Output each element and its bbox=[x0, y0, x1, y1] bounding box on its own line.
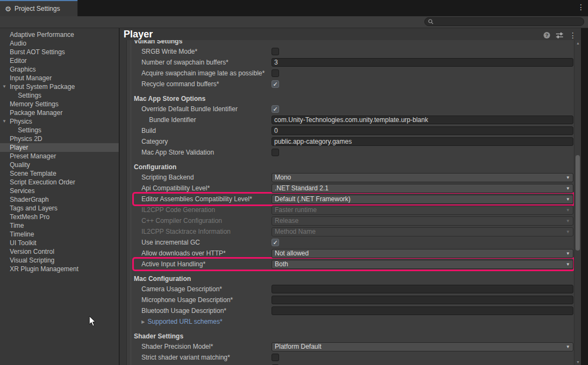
text-input-number-of-swapchain-buffers[interactable] bbox=[272, 58, 573, 67]
text-input-bundle-identifier[interactable] bbox=[272, 116, 573, 124]
chevron-down-icon[interactable]: ▼ bbox=[2, 119, 7, 124]
sidebar-item-xr-plugin-management[interactable]: XR Plugin Management bbox=[0, 265, 119, 273]
presets-icon[interactable] bbox=[556, 32, 563, 39]
search-input[interactable] bbox=[434, 18, 584, 25]
sidebar-item-script-execution-order[interactable]: Script Execution Order bbox=[0, 178, 119, 187]
sidebar-item-quality[interactable]: Quality bbox=[0, 161, 119, 169]
section-header: Shader Settings bbox=[134, 331, 579, 341]
sidebar-item-textmesh-pro[interactable]: TextMesh Pro bbox=[0, 213, 119, 221]
sidebar-item-visual-scripting[interactable]: Visual Scripting bbox=[0, 256, 119, 265]
sidebar-item-adaptive-performance[interactable]: Adaptive Performance bbox=[0, 30, 119, 39]
sidebar-item-physics[interactable]: ▼Physics bbox=[0, 117, 119, 126]
dropdown-c-compiler-configuration[interactable]: Release▼ bbox=[272, 216, 573, 226]
field-strict-shader-variant-matching: ✓ bbox=[272, 354, 573, 361]
tab-project-settings[interactable]: ⚙ Project Settings bbox=[0, 0, 77, 16]
search-box[interactable] bbox=[424, 17, 584, 26]
section-header: Vulkan Settings bbox=[134, 40, 579, 46]
field-mac-app-store-validation: ✓ bbox=[272, 149, 573, 156]
row-supported-url-schemes: ▶Supported URL schemes* bbox=[134, 316, 573, 327]
sidebar-item-label: TextMesh Pro bbox=[10, 213, 49, 221]
checkbox-srgb-write-mode[interactable]: ✓ bbox=[272, 48, 279, 55]
sidebar-item-package-manager[interactable]: Package Manager bbox=[0, 108, 119, 117]
checkbox-mac-app-store-validation[interactable]: ✓ bbox=[272, 149, 279, 156]
sidebar-item-label: Visual Scripting bbox=[10, 257, 55, 264]
section-mac-configuration: Mac ConfigurationCamera Usage Descriptio… bbox=[127, 274, 579, 327]
dropdown-value: Platform Default bbox=[275, 343, 566, 350]
sidebar-item-ui-toolkit[interactable]: UI Toolkit bbox=[0, 239, 119, 247]
row-srgb-write-mode: SRGB Write Mode*✓ bbox=[134, 46, 573, 57]
sidebar-item-physics-2d[interactable]: Physics 2D bbox=[0, 135, 119, 143]
sidebar-item-audio[interactable]: Audio bbox=[0, 39, 119, 48]
row-label: Active Input Handling* bbox=[141, 260, 272, 268]
sidebar-item-graphics[interactable]: Graphics bbox=[0, 65, 119, 74]
scroll-up-icon[interactable]: ▲ bbox=[574, 41, 581, 45]
text-input-category[interactable] bbox=[272, 137, 573, 146]
sidebar-item-preset-manager[interactable]: Preset Manager bbox=[0, 152, 119, 161]
sidebar-item-label: Services bbox=[10, 187, 35, 195]
sidebar-item-input-manager[interactable]: Input Manager bbox=[0, 74, 119, 82]
row-label: Category bbox=[141, 138, 272, 145]
dropdown-api-compatibility-level[interactable]: .NET Standard 2.1▼ bbox=[272, 184, 573, 193]
sidebar-item-scene-template[interactable]: Scene Template bbox=[0, 169, 119, 178]
dropdown-editor-assemblies-compatibility-level[interactable]: Default (.NET Framework)▼ bbox=[272, 195, 573, 204]
sidebar-item-label: Time bbox=[10, 222, 24, 229]
sidebar-item-time[interactable]: Time bbox=[0, 221, 119, 230]
sidebar-item-player[interactable]: Player bbox=[0, 143, 119, 152]
text-input-camera-usage-description[interactable] bbox=[272, 285, 573, 293]
text-input-build[interactable] bbox=[272, 126, 573, 135]
sidebar-item-version-control[interactable]: Version Control bbox=[0, 247, 119, 256]
sidebar-item-services[interactable]: Services bbox=[0, 187, 119, 195]
checkbox-use-incremental-gc[interactable]: ✓ bbox=[272, 239, 279, 246]
page-title: Player bbox=[124, 29, 153, 40]
sidebar-item-label: Audio bbox=[10, 40, 27, 47]
sidebar-item-tags-and-layers[interactable]: Tags and Layers bbox=[0, 204, 119, 213]
field-shader-precision-model: Platform Default▼ bbox=[272, 342, 573, 351]
row-camera-usage-description: Camera Usage Description* bbox=[134, 284, 573, 294]
dropdown-value: Default (.NET Framework) bbox=[275, 195, 566, 203]
text-input-microphone-usage-description[interactable] bbox=[272, 296, 573, 304]
dropdown-allow-downloads-over-http[interactable]: Not allowed▼ bbox=[272, 249, 573, 258]
kebab-menu-icon[interactable]: ⋮ bbox=[577, 3, 585, 11]
sidebar-item-shadergraph[interactable]: ShaderGraph bbox=[0, 195, 119, 204]
text-input-bluetooth-usage-description[interactable] bbox=[272, 306, 573, 315]
scrollbar-thumb[interactable] bbox=[576, 155, 580, 251]
foldout-label: Supported URL schemes* bbox=[147, 318, 222, 325]
vertical-scrollbar[interactable]: ▲ ▼ bbox=[574, 40, 581, 365]
field-srgb-write-mode: ✓ bbox=[272, 48, 573, 55]
sidebar-item-label: Script Execution Order bbox=[10, 178, 75, 186]
dropdown-active-input-handling[interactable]: Both▼ bbox=[272, 260, 573, 269]
dropdown-il2cpp-code-generation[interactable]: Faster runtime▼ bbox=[272, 206, 573, 215]
row-active-input-handling: Active Input Handling*Both▼ bbox=[134, 259, 573, 270]
chevron-down-icon[interactable]: ▼ bbox=[2, 84, 7, 89]
sidebar-item-burst-aot-settings[interactable]: Burst AOT Settings bbox=[0, 48, 119, 56]
settings-scroll-area: Vulkan SettingsSRGB Write Mode*✓Number o… bbox=[126, 40, 579, 365]
chevron-down-icon: ▼ bbox=[566, 186, 570, 191]
sidebar-item-label: Settings bbox=[18, 126, 41, 134]
row-label: Microphone Usage Description* bbox=[141, 296, 272, 304]
dropdown-il2cpp-stacktrace-information[interactable]: Method Name▼ bbox=[272, 227, 573, 236]
scroll-down-icon[interactable]: ▼ bbox=[574, 360, 581, 364]
row-label: Bundle Identifier bbox=[149, 116, 272, 124]
checkbox-override-default-bundle-identifier[interactable]: ✓ bbox=[272, 105, 279, 113]
checkbox-recycle-command-buffers[interactable]: ✓ bbox=[272, 80, 279, 88]
sidebar-item-editor[interactable]: Editor bbox=[0, 56, 119, 65]
sidebar-item-input-system-package[interactable]: ▼Input System Package bbox=[0, 82, 119, 91]
sidebar-item-label: Memory Settings bbox=[10, 100, 59, 108]
dropdown-value: .NET Standard 2.1 bbox=[275, 184, 566, 192]
sidebar-item-settings[interactable]: Settings bbox=[0, 91, 119, 100]
sidebar-item-label: Input System Package bbox=[10, 83, 75, 91]
sidebar-item-memory-settings[interactable]: Memory Settings bbox=[0, 100, 119, 108]
foldout-supported-url-schemes[interactable]: ▶Supported URL schemes* bbox=[141, 318, 222, 325]
checkbox-strict-shader-variant-matching[interactable]: ✓ bbox=[272, 354, 279, 361]
sidebar-item-settings[interactable]: Settings bbox=[0, 126, 119, 135]
sidebar-item-timeline[interactable]: Timeline bbox=[0, 230, 119, 239]
row-label: SRGB Write Mode* bbox=[141, 48, 272, 55]
dropdown-scripting-backend[interactable]: Mono▼ bbox=[272, 173, 573, 182]
row-build: Build bbox=[134, 125, 573, 136]
row-label: Number of swapchain buffers* bbox=[141, 59, 272, 66]
kebab-menu-icon[interactable]: ⋮ bbox=[569, 31, 577, 39]
help-icon[interactable]: ? bbox=[544, 32, 550, 39]
row-microphone-usage-description: Microphone Usage Description* bbox=[134, 294, 573, 305]
checkbox-acquire-swapchain-image-late-as-possible[interactable]: ✓ bbox=[272, 69, 279, 77]
dropdown-shader-precision-model[interactable]: Platform Default▼ bbox=[272, 342, 573, 351]
